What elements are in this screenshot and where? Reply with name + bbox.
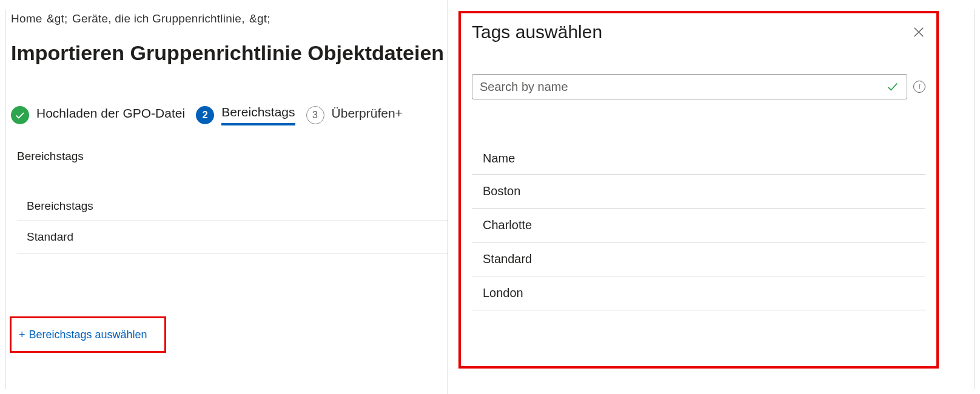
step-done-icon — [11, 106, 29, 124]
select-scope-tags-label: Bereichstags auswählen — [29, 329, 147, 341]
column-header-name[interactable]: Name — [472, 143, 925, 175]
wizard-stepper: Hochladen der GPO-Datei 2 Bereichstags 3… — [11, 105, 448, 125]
section-label: Bereichstags — [17, 150, 448, 163]
step-pending-badge: 3 — [306, 106, 324, 124]
step-label: Bereichstags — [221, 105, 295, 125]
step-review[interactable]: 3 Überprüfen+ — [306, 106, 403, 124]
step-label: Hochladen der GPO-Datei — [36, 106, 185, 124]
check-icon — [886, 80, 899, 93]
tags-result-list: Name Boston Charlotte Standard London — [472, 143, 925, 310]
breadcrumb[interactable]: Home &gt; Geräte, die ich Gruppenrichtli… — [11, 12, 448, 25]
list-item[interactable]: Standard — [472, 242, 925, 276]
search-input-wrap[interactable] — [472, 74, 907, 99]
scope-tags-table: Bereichstags Standard — [17, 192, 448, 254]
breadcrumb-sep: &gt; — [47, 12, 68, 25]
breadcrumb-item-home[interactable]: Home — [11, 12, 42, 25]
page-title: Importieren Gruppenrichtlinie Objektdate… — [11, 41, 448, 65]
search-input[interactable] — [480, 80, 886, 94]
table-row[interactable]: Standard — [17, 221, 448, 254]
step-upload[interactable]: Hochladen der GPO-Datei — [11, 106, 185, 124]
select-tags-panel: Tags auswählen i Name Boston Charlotte S… — [458, 11, 939, 369]
list-item[interactable]: Charlotte — [472, 209, 925, 242]
close-icon[interactable] — [912, 25, 925, 39]
list-item[interactable]: London — [472, 276, 925, 310]
left-pane: Home &gt; Geräte, die ich Gruppenrichtli… — [11, 12, 448, 254]
step-active-badge: 2 — [196, 106, 214, 124]
step-scope-tags[interactable]: 2 Bereichstags — [196, 105, 295, 125]
pane-divider — [448, 0, 448, 394]
select-scope-tags-highlight: + Bereichstags auswählen — [10, 316, 166, 353]
panel-title: Tags auswählen — [472, 22, 602, 42]
list-item[interactable]: Boston — [472, 175, 925, 209]
plus-icon: + — [19, 329, 25, 341]
select-scope-tags-link[interactable]: + Bereichstags auswählen — [19, 329, 147, 341]
step-label: Überprüfen+ — [332, 106, 403, 124]
table-header: Bereichstags — [17, 192, 448, 221]
breadcrumb-sep: &gt; — [249, 12, 270, 25]
info-icon[interactable]: i — [913, 81, 925, 93]
breadcrumb-item-devices[interactable]: Geräte, die ich Gruppenrichtlinie, — [72, 12, 245, 25]
